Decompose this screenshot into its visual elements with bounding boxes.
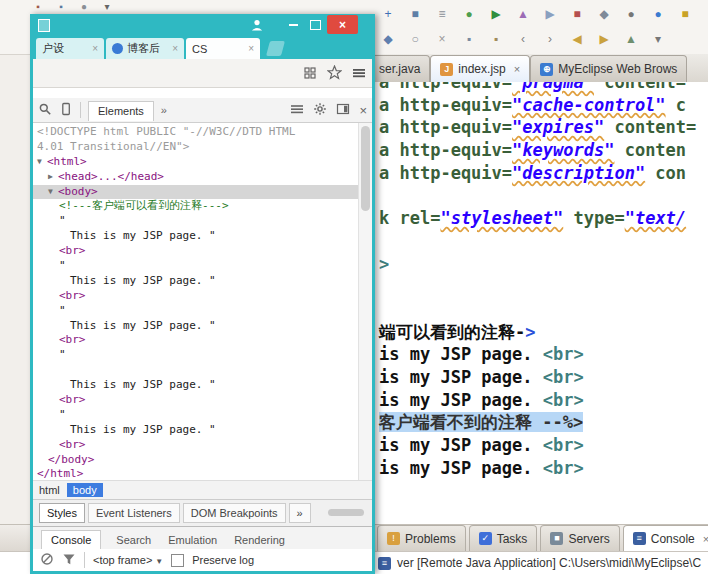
code-line[interactable]: is my JSP page. <br> xyxy=(379,434,708,457)
dom-tree-row[interactable]: <br> xyxy=(33,289,372,304)
new-server-icon[interactable]: ◆ xyxy=(594,4,614,24)
settings-gear-icon[interactable] xyxy=(313,102,327,118)
scrollbar-thumb[interactable] xyxy=(361,126,370,211)
device-mode-icon[interactable] xyxy=(59,102,73,118)
search-icon[interactable]: ● xyxy=(78,1,90,13)
maximize-button[interactable] xyxy=(305,14,325,35)
menu-icon[interactable] xyxy=(352,66,366,84)
close-view-icon[interactable]: × xyxy=(703,533,708,545)
dom-tree-row[interactable]: " xyxy=(33,259,372,274)
dom-tree[interactable]: <!DOCTYPE html PUBLIC "-//W3C//DTD HTML4… xyxy=(33,123,372,480)
profile-icon[interactable]: ▲ xyxy=(513,4,533,24)
new-tab-button[interactable] xyxy=(266,41,285,56)
code-line[interactable]: a http-equiv="expires" content= xyxy=(379,116,708,139)
dom-tree-row[interactable]: </html> xyxy=(33,467,372,480)
external-tools-icon[interactable]: ▶ xyxy=(540,4,560,24)
panels-overflow-chevron[interactable]: » xyxy=(161,104,167,116)
code-line[interactable]: a http-equiv="description" con xyxy=(379,162,708,185)
dom-tree-row[interactable]: <!DOCTYPE html PUBLIC "-//W3C//DTD HTML xyxy=(33,125,372,140)
sidebar-tab-styles[interactable]: Styles xyxy=(39,503,85,523)
web-browser-icon[interactable]: ● xyxy=(648,4,668,24)
last-edit-icon[interactable]: ▲ xyxy=(621,29,641,49)
save-icon[interactable]: ■ xyxy=(405,4,425,24)
code-line[interactable]: > xyxy=(379,253,708,276)
history-icon[interactable]: ▾ xyxy=(702,4,708,24)
open-type-icon[interactable]: ○ xyxy=(405,29,425,49)
code-line[interactable]: is my JSP page. <br> xyxy=(379,366,708,389)
code-line[interactable]: 客户端看不到的注释 --%> xyxy=(379,411,708,434)
editor-tab-2[interactable]: Jindex.jsp× xyxy=(430,55,530,82)
dom-tree-row[interactable]: This is my JSP page. " xyxy=(33,423,372,438)
preserve-log-checkbox[interactable] xyxy=(171,554,184,567)
search-icon[interactable] xyxy=(38,102,52,118)
editor-tab-1[interactable]: Jser.java xyxy=(375,55,430,82)
sidebar-tab-event-listeners[interactable]: Event Listeners xyxy=(88,503,180,523)
view-tab-console[interactable]: ≡Console× xyxy=(623,525,708,551)
undo-icon[interactable]: ‹ xyxy=(513,29,533,49)
horizontal-scrollbar-thumb[interactable] xyxy=(328,509,364,516)
view-tab-tasks[interactable]: ✓Tasks xyxy=(469,525,538,551)
dom-tree-row[interactable]: <!---客户端可以看到的注释---> xyxy=(33,199,372,214)
minimize-button[interactable] xyxy=(283,14,303,35)
dom-tree-row[interactable]: <br> xyxy=(33,393,372,408)
mail-icon[interactable]: ■ xyxy=(675,4,695,24)
save-all-icon[interactable]: ▪ xyxy=(55,1,67,13)
dom-tree-row[interactable]: This is my JSP page. " xyxy=(33,319,372,334)
dom-tree-row[interactable]: This is my JSP page. " xyxy=(33,378,372,393)
editor-code[interactable]: a http-equiv="pragma" content=a http-equ… xyxy=(375,82,708,524)
code-line[interactable] xyxy=(379,230,708,253)
dom-tree-scrollbar[interactable] xyxy=(358,123,372,480)
filter-icon[interactable] xyxy=(62,553,76,568)
close-tab-icon[interactable]: × xyxy=(248,43,254,54)
code-line[interactable] xyxy=(379,275,708,298)
code-line[interactable]: 端可以看到的注释-> xyxy=(379,321,708,344)
close-tab-icon[interactable]: × xyxy=(514,63,520,75)
sidebar-tab-dom-breakpoints[interactable]: DOM Breakpoints xyxy=(183,503,286,523)
sidebar-tab--[interactable]: » xyxy=(289,503,311,523)
close-tab-icon[interactable]: × xyxy=(92,43,98,54)
close-window-button[interactable]: × xyxy=(327,15,358,34)
dom-tree-row[interactable]: </body> xyxy=(33,453,372,468)
cut-icon[interactable]: × xyxy=(432,29,452,49)
browser-tab-2[interactable]: 博客后× xyxy=(106,38,184,59)
dropdown-icon[interactable]: ▾ xyxy=(648,29,668,49)
dom-tree-row[interactable]: ▼<body> xyxy=(33,185,372,200)
twisty-icon[interactable]: ▼ xyxy=(48,185,58,200)
drawer-tab-search[interactable]: Search xyxy=(114,531,153,549)
dom-tree-row[interactable]: " xyxy=(33,348,372,363)
breadcrumb-item-body[interactable]: body xyxy=(67,483,103,497)
run-icon[interactable]: ▶ xyxy=(486,4,506,24)
dom-tree-row[interactable]: ▼<html> xyxy=(33,155,372,170)
code-line[interactable]: is my JSP page. <br> xyxy=(379,457,708,480)
compat-grid-icon[interactable] xyxy=(303,66,317,84)
tab-elements[interactable]: Elements xyxy=(88,101,154,121)
new-icon[interactable]: ▪ xyxy=(32,1,44,13)
browser-tab-3[interactable]: CS× xyxy=(186,38,260,59)
twisty-icon[interactable]: ▼ xyxy=(37,155,47,170)
close-tab-icon[interactable]: × xyxy=(172,43,178,54)
dom-tree-row[interactable]: <br> xyxy=(33,244,372,259)
menu-dropdown-icon[interactable]: ▾ xyxy=(101,1,113,13)
twisty-icon[interactable]: ▶ xyxy=(48,170,58,185)
dom-tree-row[interactable]: 4.01 Transitional//EN"> xyxy=(33,140,372,155)
forward-icon[interactable]: ▶ xyxy=(594,29,614,49)
editor-tab-3[interactable]: ⊕MyEclipse Web Brows xyxy=(530,55,687,82)
dom-tree-row[interactable]: This is my JSP page. " xyxy=(33,229,372,244)
code-line[interactable]: is my JSP page. <br> xyxy=(379,389,708,412)
browser-title-bar[interactable]: × xyxy=(33,14,372,35)
print-icon[interactable]: ≡ xyxy=(432,4,452,24)
code-line[interactable] xyxy=(379,184,708,207)
dom-tree-row[interactable] xyxy=(33,363,372,378)
devtools-close-icon[interactable]: × xyxy=(359,104,367,117)
dock-side-icon[interactable] xyxy=(336,102,350,118)
code-line[interactable]: k rel="stylesheet" type="text/ xyxy=(379,207,708,230)
dom-tree-row[interactable]: " xyxy=(33,408,372,423)
code-line[interactable]: a http-equiv="pragma" content= xyxy=(379,82,708,94)
code-line[interactable] xyxy=(379,298,708,321)
view-tab-problems[interactable]: !Problems xyxy=(377,525,466,551)
drawer-tab-console[interactable]: Console xyxy=(41,530,101,549)
dom-tree-row[interactable]: " xyxy=(33,214,372,229)
back-icon[interactable]: ◀ xyxy=(567,29,587,49)
dom-tree-row[interactable]: " xyxy=(33,304,372,319)
code-line[interactable]: a http-equiv="keywords" conten xyxy=(379,139,708,162)
